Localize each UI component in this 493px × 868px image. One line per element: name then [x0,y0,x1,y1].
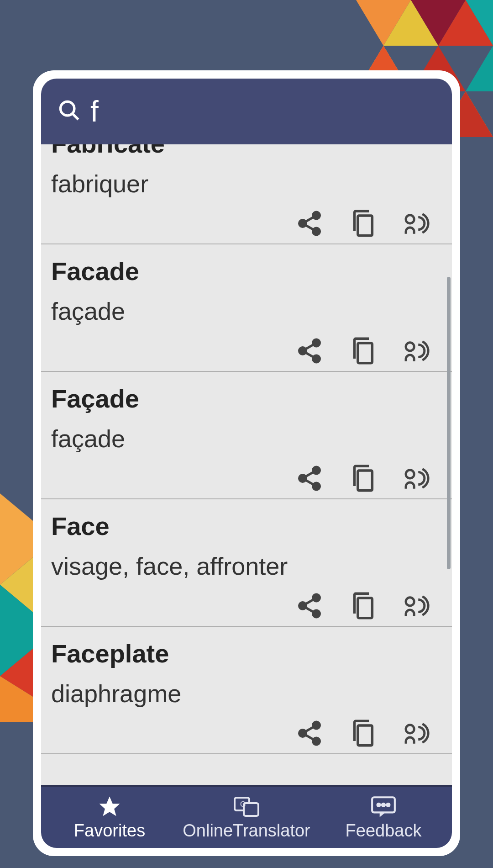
svg-rect-49 [358,598,372,618]
nav-favorites[interactable]: Favorites [41,787,178,848]
svg-marker-7 [466,46,493,91]
svg-point-29 [406,215,414,223]
speak-icon[interactable] [402,463,433,494]
svg-rect-28 [358,216,372,236]
speak-icon[interactable] [402,208,433,239]
copy-icon[interactable] [348,718,379,749]
svg-point-16 [61,102,74,116]
svg-point-46 [313,610,320,617]
svg-rect-60 [244,803,258,816]
svg-point-25 [313,228,320,235]
svg-point-39 [313,483,320,490]
svg-line-26 [305,217,314,222]
copy-icon[interactable] [348,335,379,366]
svg-line-47 [305,599,314,604]
copy-icon[interactable] [348,590,379,621]
scrollbar-indicator [447,277,451,569]
results-list[interactable]: FabricatefabriquerFacadefaçadeFaçadefaça… [41,144,452,785]
list-item[interactable]: Facadefaçade [41,244,452,372]
item-actions [51,335,442,366]
svg-point-36 [406,343,414,351]
nav-online-translator[interactable]: G OnlineTranslator [178,787,315,848]
list-item[interactable]: Faceplatediaphragme [41,627,452,754]
share-icon[interactable] [294,718,325,749]
svg-point-64 [378,803,380,806]
word-title: Faceplate [51,639,442,668]
svg-point-24 [299,220,306,227]
word-title: Facade [51,256,442,286]
nav-label: OnlineTranslator [183,821,310,841]
list-item[interactable]: Façadefaçade [41,372,452,499]
list-item[interactable]: Fabricatefabriquer [41,144,452,244]
svg-point-51 [313,722,320,729]
svg-point-57 [406,725,414,733]
nav-label: Feedback [346,821,422,841]
translate-icon: G [233,794,260,819]
svg-point-66 [387,803,389,806]
phone-frame: FabricatefabriquerFacadefaçadeFaçadefaça… [33,70,460,856]
svg-point-50 [406,598,414,606]
svg-point-23 [313,212,320,219]
svg-rect-56 [358,725,372,746]
word-translation: fabriquer [51,169,442,198]
copy-icon[interactable] [348,463,379,494]
svg-point-44 [313,594,320,601]
item-actions [51,463,442,494]
svg-point-32 [313,355,320,362]
item-actions [51,718,442,749]
word-translation: façade [51,297,442,325]
svg-point-30 [313,339,320,346]
search-icon [58,99,81,124]
svg-text:G: G [240,800,246,808]
svg-point-65 [382,803,385,806]
word-translation: visage, face, affronter [51,552,442,580]
search-bar [41,79,452,144]
word-translation: façade [51,424,442,453]
share-icon[interactable] [294,463,325,494]
word-title: Façade [51,384,442,413]
svg-rect-35 [358,343,372,363]
svg-point-45 [299,603,306,609]
word-title: Face [51,511,442,541]
svg-line-40 [305,472,314,476]
svg-line-33 [305,344,314,349]
screen: FabricatefabriquerFacadefaçadeFaçadefaça… [41,79,452,848]
speak-icon[interactable] [402,590,433,621]
nav-feedback[interactable]: Feedback [315,787,452,848]
list-item[interactable]: Facevisage, face, affronter [41,499,452,627]
item-actions [51,208,442,239]
speak-icon[interactable] [402,335,433,366]
bottom-nav: Favorites G OnlineTranslator [41,785,452,848]
svg-point-38 [299,475,306,482]
svg-point-52 [299,730,306,737]
item-actions [51,590,442,621]
feedback-icon [370,794,397,819]
svg-line-55 [305,735,314,740]
share-icon[interactable] [294,208,325,239]
share-icon[interactable] [294,590,325,621]
svg-point-37 [313,467,320,474]
svg-line-54 [305,727,314,731]
svg-rect-42 [358,471,372,491]
star-icon [97,794,122,819]
svg-point-43 [406,470,414,478]
svg-point-31 [299,348,306,355]
svg-line-34 [305,353,314,357]
svg-line-48 [305,608,314,612]
copy-icon[interactable] [348,208,379,239]
svg-line-27 [305,225,314,230]
speak-icon[interactable] [402,718,433,749]
nav-label: Favorites [74,821,145,841]
svg-line-41 [305,480,314,485]
word-translation: diaphragme [51,679,442,708]
svg-line-17 [73,114,79,120]
word-title: Fabricate [51,144,442,159]
search-input[interactable] [90,95,452,128]
svg-marker-58 [100,796,120,816]
share-icon[interactable] [294,335,325,366]
svg-point-53 [313,738,320,745]
